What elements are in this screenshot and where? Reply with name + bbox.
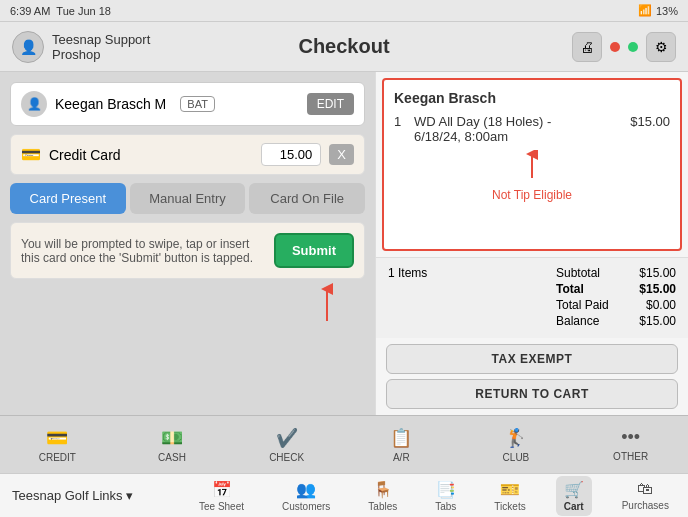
total-paid-value: $0.00 <box>646 298 676 312</box>
remove-payment-button[interactable]: X <box>329 144 354 165</box>
left-panel: 👤 Keegan Brasch M BAT EDIT 💳 Credit Card… <box>0 72 375 415</box>
items-count: 1 Items <box>388 266 427 328</box>
bat-badge: BAT <box>180 96 215 112</box>
store-subtitle: Proshop <box>52 47 150 62</box>
payment-ar[interactable]: 📋 A/R <box>374 427 429 463</box>
customer-avatar: 👤 <box>21 91 47 117</box>
status-day: Tue Jun 18 <box>56 5 111 17</box>
tab-customers[interactable]: 👥 Customers <box>274 476 338 516</box>
payment-cash[interactable]: 💵 CASH <box>144 427 199 463</box>
tab-tee-sheet[interactable]: 📅 Tee Sheet <box>191 476 252 516</box>
check-icon: ✔️ <box>276 427 298 449</box>
payment-method-bar: 💳 CREDIT 💵 CASH ✔️ CHECK 📋 A/R 🏌️ CLUB •… <box>0 415 688 473</box>
customers-icon: 👥 <box>296 480 316 499</box>
tab-cart[interactable]: 🛒 Cart <box>556 476 592 516</box>
payment-club[interactable]: 🏌️ CLUB <box>488 427 543 463</box>
red-arrow-icon <box>317 283 337 323</box>
table-row: 1 WD All Day (18 Holes) -6/18/24, 8:00am… <box>394 114 670 144</box>
tax-exempt-button[interactable]: TAX EXEMPT <box>386 344 678 374</box>
page-title: Checkout <box>298 35 389 58</box>
customer-name: Keegan Brasch M <box>55 96 166 112</box>
item-qty: 1 <box>394 114 408 129</box>
total-value: $15.00 <box>639 282 676 296</box>
total-label: Total <box>556 282 584 296</box>
header-left: 👤 Teesnap Support Proshop <box>12 31 150 63</box>
print-button[interactable]: 🖨 <box>572 32 602 62</box>
status-time: 6:39 AM <box>10 5 50 17</box>
payment-other[interactable]: ••• OTHER <box>603 427 658 462</box>
card-type-row: Card Present Manual Entry Card On File <box>10 183 365 214</box>
prompt-text: You will be prompted to swipe, tap or in… <box>21 237 264 265</box>
tabs-icon: 📑 <box>436 480 456 499</box>
status-bar: 6:39 AM Tue Jun 18 📶 13% <box>0 0 688 22</box>
status-dot-red <box>610 42 620 52</box>
other-icon: ••• <box>621 427 640 448</box>
summary-area: 1 Items Subtotal $15.00 Total $15.00 Tot… <box>376 257 688 338</box>
up-arrow-annotation <box>394 150 670 180</box>
up-arrow-icon <box>522 150 542 180</box>
status-right: 📶 13% <box>638 4 678 17</box>
cart-items-area: Keegan Brasch 1 WD All Day (18 Holes) -6… <box>382 78 682 251</box>
tab-purchases[interactable]: 🛍 Purchases <box>614 476 677 515</box>
header-icons: 🖨 ⚙ <box>572 32 676 62</box>
credit-icon: 💳 <box>46 427 68 449</box>
tab-tabs[interactable]: 📑 Tabs <box>427 476 464 516</box>
bottom-nav: Teesnap Golf Links ▾ 📅 Tee Sheet 👥 Custo… <box>0 473 688 517</box>
arrow-annotation <box>10 283 365 323</box>
edit-button[interactable]: EDIT <box>307 93 354 115</box>
ar-icon: 📋 <box>390 427 412 449</box>
store-avatar: 👤 <box>12 31 44 63</box>
credit-card-label: Credit Card <box>49 147 253 163</box>
return-to-cart-button[interactable]: RETURN TO CART <box>386 379 678 409</box>
wifi-icon: 📶 <box>638 4 652 17</box>
tab-tickets[interactable]: 🎫 Tickets <box>486 476 533 516</box>
cart-customer-name: Keegan Brasch <box>394 90 670 106</box>
subtotal-value: $15.00 <box>639 266 676 280</box>
credit-card-amount[interactable] <box>261 143 321 166</box>
subtotal-label: Subtotal <box>556 266 600 280</box>
card-on-file-button[interactable]: Card On File <box>249 183 365 214</box>
right-panel: Keegan Brasch 1 WD All Day (18 Holes) -6… <box>375 72 688 415</box>
cash-icon: 💵 <box>161 427 183 449</box>
customer-row: 👤 Keegan Brasch M BAT EDIT <box>10 82 365 126</box>
tab-tables[interactable]: 🪑 Tables <box>360 476 405 516</box>
main-content: 👤 Keegan Brasch M BAT EDIT 💳 Credit Card… <box>0 72 688 415</box>
club-icon: 🏌️ <box>505 427 527 449</box>
status-left: 6:39 AM Tue Jun 18 <box>10 5 111 17</box>
balance-value: $15.00 <box>639 314 676 328</box>
item-price: $15.00 <box>630 114 670 129</box>
tickets-icon: 🎫 <box>500 480 520 499</box>
prompt-row: You will be prompted to swipe, tap or in… <box>10 222 365 279</box>
action-buttons: TAX EXEMPT RETURN TO CART <box>376 338 688 415</box>
customer-left: 👤 Keegan Brasch M BAT <box>21 91 215 117</box>
left-spacer <box>10 331 365 405</box>
cart-icon: 🛒 <box>564 480 584 499</box>
store-name: Teesnap Support <box>52 32 150 47</box>
credit-card-row: 💳 Credit Card X <box>10 134 365 175</box>
store-link-text: Teesnap Golf Links ▾ <box>12 488 133 503</box>
manual-entry-button[interactable]: Manual Entry <box>130 183 246 214</box>
submit-button[interactable]: Submit <box>274 233 354 268</box>
header: 👤 Teesnap Support Proshop Checkout 🖨 ⚙ <box>0 22 688 72</box>
store-link[interactable]: Teesnap Golf Links ▾ <box>0 488 180 503</box>
balance-label: Balance <box>556 314 599 328</box>
status-dot-green <box>628 42 638 52</box>
tee-sheet-icon: 📅 <box>212 480 232 499</box>
settings-button[interactable]: ⚙ <box>646 32 676 62</box>
header-store-info: Teesnap Support Proshop <box>52 32 150 62</box>
tables-icon: 🪑 <box>373 480 393 499</box>
credit-card-icon: 💳 <box>21 145 41 164</box>
card-present-button[interactable]: Card Present <box>10 183 126 214</box>
item-description: WD All Day (18 Holes) -6/18/24, 8:00am <box>414 114 630 144</box>
payment-check[interactable]: ✔️ CHECK <box>259 427 314 463</box>
purchases-icon: 🛍 <box>637 480 653 498</box>
payment-credit[interactable]: 💳 CREDIT <box>30 427 85 463</box>
total-paid-label: Total Paid <box>556 298 609 312</box>
not-tip-eligible-label: Not Tip Eligible <box>394 188 670 202</box>
battery-level: 13% <box>656 5 678 17</box>
nav-tabs: 📅 Tee Sheet 👥 Customers 🪑 Tables 📑 Tabs … <box>180 474 688 517</box>
summary-items-row: 1 Items Subtotal $15.00 Total $15.00 Tot… <box>388 266 676 328</box>
